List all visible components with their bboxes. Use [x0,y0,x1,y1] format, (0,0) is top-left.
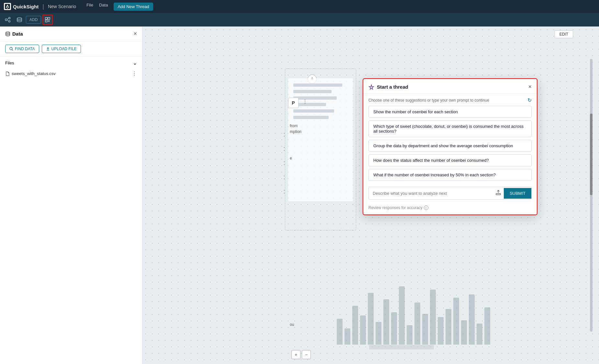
add-new-thread-button[interactable]: Add New Thread [114,3,153,11]
dialog-header: Start a thread × [363,79,537,94]
svg-point-3 [9,17,10,19]
canvas-white-panel [288,78,353,201]
scenario-title: New Scenario [48,4,76,9]
find-data-button[interactable]: FIND DATA [5,45,39,53]
svg-line-5 [7,18,9,19]
dialog-footer: Review responses for accuracy i [363,203,537,215]
mini-chart [337,286,576,345]
canvas-label-mption: mption [290,129,301,134]
dialog-subtitle: Choose one of these suggestions or type … [363,94,537,106]
svg-point-2 [5,19,7,21]
menu-items: File Data Add New Thread [86,3,153,11]
topbar: QuickSight | New Scenario File Data Add … [0,0,599,13]
svg-point-4 [9,20,10,22]
svg-point-7 [17,17,22,19]
canvas-bottom-controls: + − [291,350,311,359]
menu-file[interactable]: File [86,3,93,11]
panel-icon: P [288,98,299,108]
svg-rect-8 [45,17,47,19]
suggestion-2[interactable]: Group the data by department and show th… [368,140,532,152]
svg-point-13 [6,32,10,33]
file-name: sweets_with_status.csv [5,71,56,76]
dialog-input-row: SUBMIT [368,187,532,200]
dialog-submit-button[interactable]: SUBMIT [504,188,531,199]
edit-button[interactable]: EDIT [555,30,573,38]
file-icon [5,72,10,76]
canvas-label-from: from [290,124,298,128]
scrollbar-thumb [590,114,593,195]
toolbar2: ADD [0,13,599,27]
upload-file-button[interactable]: UPLOAD FILE [42,45,81,53]
files-section: Files ⌄ sweets_with_status.csv ⋮ [0,57,142,82]
sidebar: Data × FIND DATA UPLOAD FILE [0,27,142,364]
info-icon: i [424,205,428,210]
app-name: QuickSight [13,4,39,9]
chart-bottom-label [369,345,434,349]
canvas-zoom-out-button[interactable]: − [302,350,311,359]
canvas-label-ou: ou [290,322,294,327]
sparkle-icon [368,84,374,90]
search-icon [9,47,13,51]
dialog-refresh-button[interactable]: ↻ [527,97,532,103]
canvas-zoom-in-button[interactable]: + [291,350,300,359]
suggestion-4[interactable]: What if the number of osenbei increased … [368,169,532,181]
diagram-icon-btn[interactable] [3,15,13,25]
menu-data[interactable]: Data [99,3,108,11]
suggestion-0[interactable]: Show the number of osenbei for each sect… [368,106,532,118]
svg-rect-10 [45,20,47,22]
files-collapse-button[interactable]: ⌄ [133,60,137,66]
file-item: sweets_with_status.csv ⋮ [5,69,137,79]
canvas: EDIT + P ⋮ from mption e ou [142,27,599,364]
dialog-close-button[interactable]: × [528,83,532,90]
svg-point-1 [7,8,8,9]
svg-line-6 [7,20,9,21]
database-icon-btn[interactable] [14,15,25,25]
svg-rect-16 [496,193,501,195]
app-logo: QuickSight [4,3,39,10]
sidebar-close-button[interactable]: × [133,30,137,37]
files-header: Files ⌄ [5,60,137,66]
upload-icon [495,190,501,195]
sidebar-header: Data × [0,27,142,41]
sidebar-db-icon [5,31,10,37]
title-separator: | [42,3,44,10]
thread-dialog: Start a thread × Choose one of these sug… [363,78,537,215]
svg-rect-9 [48,17,50,19]
suggestion-1[interactable]: Which type of sweet (chocolate, donut, o… [368,120,532,137]
dialog-upload-button[interactable] [493,187,504,199]
dialog-title: Start a thread [368,84,408,90]
canvas-dots: : : : : : [283,130,285,195]
upload-icon [46,47,50,51]
svg-point-14 [10,47,12,50]
grid-add-icon-btn[interactable] [42,15,53,25]
vertical-scrollbar[interactable] [590,59,593,332]
dialog-prompt-input[interactable] [369,188,493,199]
canvas-label-e: e [290,156,292,160]
suggestion-list: Show the number of osenbei for each sect… [363,106,537,181]
sidebar-actions: FIND DATA UPLOAD FILE [0,41,142,57]
add-button[interactable]: ADD [26,16,41,24]
file-menu-button[interactable]: ⋮ [132,71,137,77]
sidebar-title: Data [5,31,23,37]
svg-line-15 [12,50,13,50]
quicksight-icon [4,3,11,10]
main-content: Data × FIND DATA UPLOAD FILE [0,27,599,364]
panel-menu-button[interactable]: ⋮ [301,98,309,105]
suggestion-3[interactable]: How does the status affect the number of… [368,154,532,166]
dialog-input-area: SUBMIT [363,183,537,203]
